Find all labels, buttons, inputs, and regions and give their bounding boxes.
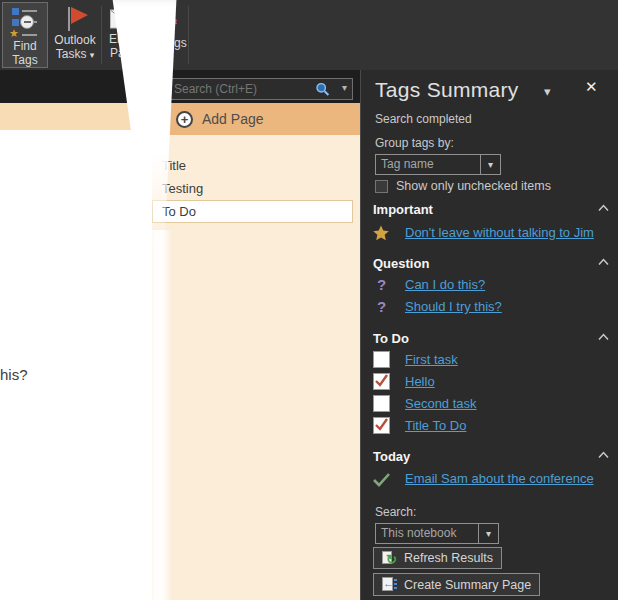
onenote-window: ★ Find Tags Outlook Tasks ▾ Email Page: [0, 0, 618, 600]
collapse-chevron-icon[interactable]: [598, 451, 609, 459]
envelope-icon: [109, 8, 139, 32]
section-header-important[interactable]: Important: [373, 200, 609, 216]
group-by-dropdown[interactable]: Tag name ▾: [375, 154, 501, 175]
tag-item-row: ? Should I try this?: [371, 298, 615, 318]
todo-checkbox-unchecked[interactable]: [373, 395, 390, 412]
todo-checkbox-checked[interactable]: [373, 373, 390, 390]
ribbon-group-separator: [188, 6, 189, 64]
panel-menu-caret-icon[interactable]: ▾: [544, 84, 551, 99]
page-tab-testing[interactable]: Testing: [162, 181, 203, 196]
show-unchecked-label: Show only unchecked items: [396, 179, 551, 193]
flag-icon: [61, 5, 89, 33]
tag-link[interactable]: Email Sam about the conference: [405, 471, 594, 486]
check-icon: [372, 472, 391, 487]
email-page-button[interactable]: Email Page: [104, 2, 144, 68]
page-list: Title Testing To Do: [152, 135, 360, 600]
tag-item-row: ? Can I do this?: [371, 276, 615, 296]
section-header-question[interactable]: Question: [373, 254, 609, 270]
panel-close-icon[interactable]: ✕: [585, 78, 598, 96]
show-unchecked-checkbox[interactable]: [375, 180, 388, 193]
outlook-tasks-button[interactable]: Outlook Tasks ▾: [50, 2, 100, 68]
section-header-today[interactable]: Today: [373, 447, 609, 463]
group-tags-by-label: Group tags by:: [375, 136, 454, 150]
collapse-chevron-icon[interactable]: [598, 258, 609, 266]
check-mark-icon: [373, 416, 390, 433]
search-scope-dropdown[interactable]: This notebook ▾: [375, 523, 499, 544]
tag-link[interactable]: Don't leave without talking to Jim: [405, 225, 594, 240]
tag-link[interactable]: Should I try this?: [405, 299, 502, 314]
search-scope-caret-icon[interactable]: ▾: [342, 82, 347, 93]
section-header-todo[interactable]: To Do: [373, 329, 609, 345]
gears-icon: ⚙ ⚙: [148, 4, 182, 36]
ribbon: ★ Find Tags Outlook Tasks ▾ Email Page: [0, 0, 618, 70]
ribbon-group-separator: [101, 6, 102, 64]
collapse-chevron-icon[interactable]: [598, 333, 609, 341]
todo-checkbox-checked[interactable]: [373, 417, 390, 434]
tags-summary-panel: Tags Summary ▾ ✕ Search completed Group …: [360, 70, 618, 600]
plus-circle-icon: +: [176, 111, 193, 128]
create-summary-icon: ←: [382, 577, 398, 592]
page-tab-title[interactable]: Title: [162, 158, 186, 173]
refresh-icon: ↻: [382, 551, 398, 566]
tag-item-row: Second task: [371, 395, 615, 415]
find-tags-button[interactable]: ★ Find Tags: [2, 2, 48, 68]
tag-link[interactable]: Second task: [405, 396, 477, 411]
collapse-chevron-icon[interactable]: [598, 204, 609, 212]
question-icon: ?: [377, 298, 386, 315]
panel-title: Tags Summary: [375, 78, 519, 102]
tag-link[interactable]: First task: [405, 352, 458, 367]
find-tags-label: Find: [13, 39, 36, 53]
dropdown-arrow-icon[interactable]: ▾: [478, 524, 498, 543]
search-scope-value: This notebook: [381, 524, 456, 543]
tag-item-row: Title To Do: [371, 417, 615, 437]
todo-checkbox-unchecked[interactable]: [373, 351, 390, 368]
tag-item-row: Hello: [371, 373, 615, 393]
tag-item-row: First task: [371, 351, 615, 371]
create-summary-page-button[interactable]: ← Create Summary Page: [373, 573, 540, 596]
search-icon[interactable]: [315, 82, 330, 97]
refresh-results-button[interactable]: ↻ Refresh Results: [373, 547, 502, 569]
page-tab-todo-selected[interactable]: To Do: [152, 200, 353, 223]
question-icon: ?: [377, 276, 386, 293]
check-mark-icon: [373, 372, 390, 389]
tag-link[interactable]: Title To Do: [405, 418, 466, 433]
search-scope-label: Search:: [375, 505, 416, 519]
settings-button[interactable]: ⚙ ⚙ Settings: [144, 2, 186, 68]
tag-link[interactable]: Can I do this?: [405, 277, 485, 292]
star-icon: [371, 224, 391, 243]
page-content-area: [0, 130, 152, 600]
dropdown-arrow-icon[interactable]: ▾: [480, 155, 500, 174]
tag-item-row: Email Sam about the conference: [371, 470, 615, 490]
tag-link[interactable]: Hello: [405, 374, 435, 389]
page-text-fragment: his?: [0, 366, 28, 383]
group-by-value: Tag name: [381, 155, 434, 174]
tag-item-row: Don't leave without talking to Jim: [371, 224, 615, 244]
find-tags-icon: ★: [10, 7, 40, 39]
add-page-button[interactable]: + Add Page: [152, 103, 360, 135]
dropdown-caret-icon: ▾: [90, 50, 95, 60]
page-search-box: ▾: [167, 78, 353, 100]
page-header-band: [0, 103, 152, 130]
search-status: Search completed: [375, 112, 472, 126]
